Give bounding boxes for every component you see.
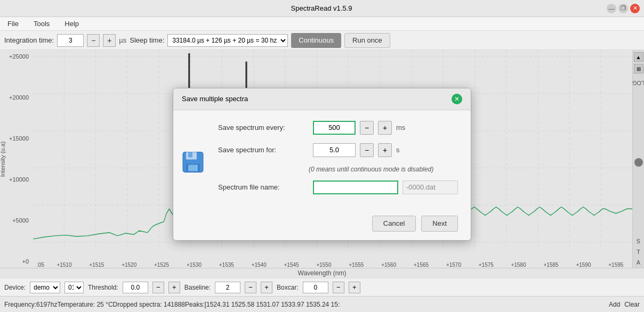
save-for-label: Save spectrum for: bbox=[218, 146, 309, 154]
maximize-button[interactable]: ❐ bbox=[618, 4, 628, 13]
minimize-button[interactable]: — bbox=[607, 4, 616, 13]
integration-minus-button[interactable]: − bbox=[87, 34, 100, 47]
dialog-title: Save multiple spectra bbox=[182, 95, 248, 103]
file-suffix: -0000.dat bbox=[402, 180, 458, 194]
titlebar: SpectraRead v1.5.9 — ❐ ✕ bbox=[0, 0, 644, 17]
save-for-unit: s bbox=[396, 146, 400, 154]
file-name-label: Spectrum file name: bbox=[218, 183, 309, 191]
boxcar-label: Boxcar: bbox=[277, 284, 299, 291]
threshold-input[interactable] bbox=[123, 282, 148, 293]
save-for-row: Save spectrum for: − + s bbox=[218, 143, 458, 157]
threshold-minus-button[interactable]: − bbox=[152, 282, 164, 293]
boxcar-input[interactable] bbox=[303, 282, 328, 293]
save-every-row: Save spectrum every: − + ms bbox=[218, 121, 458, 135]
run-once-button[interactable]: Run once bbox=[344, 33, 390, 48]
status-section: Frequency:6197hz Temperature: 25 °C Drop… bbox=[4, 301, 640, 308]
dialog-note: (0 means until continuous mode is disabl… bbox=[309, 166, 458, 173]
svg-rect-33 bbox=[188, 152, 192, 157]
device-label: Device: bbox=[4, 284, 26, 291]
file-name-input[interactable] bbox=[313, 180, 398, 194]
clear-button[interactable]: Clear bbox=[624, 301, 640, 308]
save-dialog: Save multiple spectra ✕ bbox=[173, 88, 471, 241]
dialog-body: Save spectrum every: − + ms Save spectru… bbox=[173, 110, 471, 216]
menubar: File Tools Help bbox=[0, 17, 644, 31]
save-for-input[interactable] bbox=[313, 143, 356, 157]
save-every-plus-button[interactable]: + bbox=[378, 121, 392, 135]
dialog-header: Save multiple spectra ✕ bbox=[173, 88, 471, 110]
save-for-minus-button[interactable]: − bbox=[360, 143, 374, 157]
threshold-label: Threshold: bbox=[88, 284, 118, 291]
menu-file[interactable]: File bbox=[4, 19, 22, 29]
window-controls[interactable]: — ❐ ✕ bbox=[607, 4, 640, 13]
statusbar: Frequency:6197hz Temperature: 25 °C Drop… bbox=[0, 296, 644, 312]
boxcar-minus-button[interactable]: − bbox=[333, 282, 344, 293]
integration-label: Integration time: bbox=[4, 36, 54, 44]
save-every-minus-button[interactable]: − bbox=[360, 121, 374, 135]
baseline-minus-button[interactable]: − bbox=[245, 282, 256, 293]
dialog-footer: Cancel Next bbox=[173, 216, 471, 240]
add-button[interactable]: Add bbox=[609, 301, 620, 308]
device-select[interactable]: demo bbox=[30, 282, 60, 293]
svg-rect-34 bbox=[188, 165, 198, 171]
toolbar: Integration time: − + µs Sleep time: 331… bbox=[0, 31, 644, 50]
app-title: SpectraRead v1.5.9 bbox=[291, 4, 352, 12]
dropped-status: Dropped spectra: 141888 bbox=[113, 301, 185, 308]
baseline-plus-button[interactable]: + bbox=[261, 282, 272, 293]
integration-unit: µs bbox=[119, 36, 126, 44]
file-name-row: Spectrum file name: -0000.dat bbox=[218, 180, 458, 194]
sleep-dropdown[interactable]: 33184.0 µs + 126 µs + 20 µs = 30 hz bbox=[167, 34, 288, 47]
next-button[interactable]: Next bbox=[421, 216, 458, 232]
integration-plus-button[interactable]: + bbox=[103, 34, 116, 47]
baseline-label: Baseline: bbox=[184, 284, 211, 291]
save-every-unit: ms bbox=[396, 124, 405, 132]
continuous-button[interactable]: Continuous bbox=[291, 33, 341, 48]
close-button[interactable]: ✕ bbox=[630, 4, 640, 13]
controls-bar: Device: demo 01 Threshold: − + Baseline:… bbox=[0, 278, 644, 296]
cancel-button[interactable]: Cancel bbox=[372, 216, 416, 232]
threshold-plus-button[interactable]: + bbox=[168, 282, 180, 293]
dialog-close-button[interactable]: ✕ bbox=[452, 94, 462, 104]
menu-help[interactable]: Help bbox=[61, 19, 82, 29]
save-every-label: Save spectrum every: bbox=[218, 124, 309, 132]
channel-select[interactable]: 01 bbox=[65, 282, 84, 293]
save-every-input[interactable] bbox=[313, 121, 356, 135]
sleep-label: Sleep time: bbox=[130, 36, 164, 44]
main-area: Intensity (u.a) +25000 +20000 +15000 +10… bbox=[0, 50, 644, 278]
integration-input[interactable] bbox=[57, 34, 84, 47]
peaks-status: Peaks:[1524.31 1525.58 1531.07 1533.97 1… bbox=[185, 301, 609, 308]
save-for-plus-button[interactable]: + bbox=[378, 143, 392, 157]
baseline-input[interactable] bbox=[215, 282, 240, 293]
frequency-status: Frequency:6197hz bbox=[4, 301, 57, 308]
dialog-overlay: Save multiple spectra ✕ bbox=[0, 50, 644, 278]
temperature-status: Temperature: 25 °C bbox=[57, 301, 112, 308]
menu-tools[interactable]: Tools bbox=[30, 19, 53, 29]
save-icon bbox=[182, 151, 204, 175]
boxcar-plus-button[interactable]: + bbox=[349, 282, 360, 293]
